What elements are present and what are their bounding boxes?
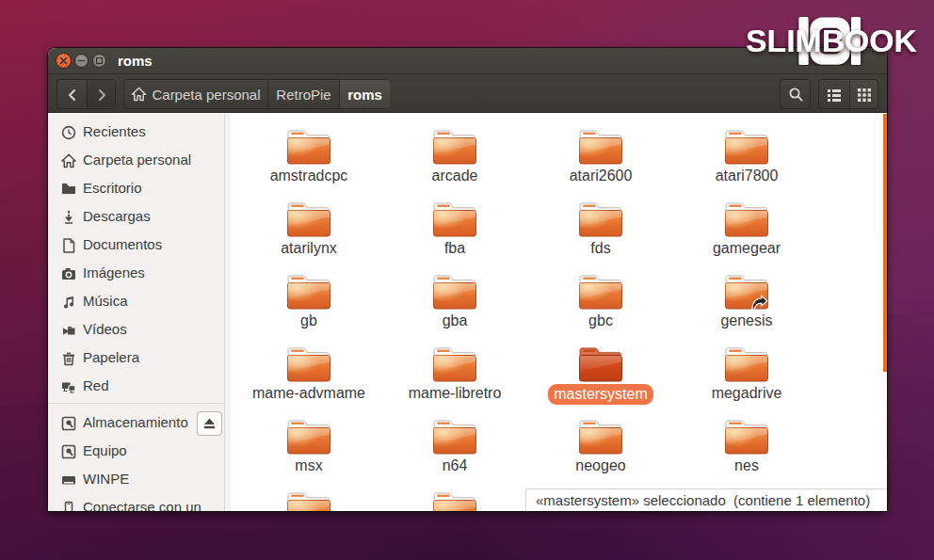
svg-text:SLIMBOOK: SLIMBOOK	[746, 23, 917, 58]
